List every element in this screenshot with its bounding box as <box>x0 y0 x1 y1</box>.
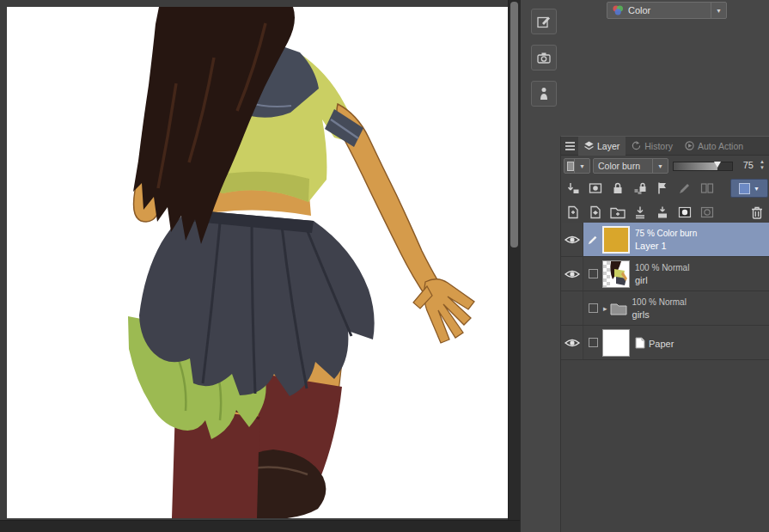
create-layer-mask-button[interactable] <box>674 203 695 222</box>
layer-name: girls <box>632 309 687 320</box>
panel-button-edit[interactable] <box>531 9 557 34</box>
tab-auto-action-label: Auto Action <box>698 141 743 151</box>
layer-row-paper[interactable]: Paper <box>561 326 769 360</box>
camera-icon <box>537 52 551 64</box>
layer-row-girl[interactable]: 100 % Normal girl <box>561 257 769 291</box>
apply-mask-button[interactable] <box>697 203 717 222</box>
layer-thumbnail[interactable] <box>602 226 630 254</box>
opacity-value: 75 <box>735 160 754 170</box>
checkbox-icon <box>589 338 598 347</box>
lock-transparent-pixels-icon <box>633 181 647 195</box>
tab-history-label: History <box>644 141 673 151</box>
eye-icon <box>565 235 580 245</box>
folder-expand-icon[interactable]: ▸ <box>603 304 607 313</box>
chevron-down-icon: ▼ <box>754 186 760 192</box>
spinner-up-icon[interactable]: ▲ <box>760 159 765 165</box>
clip-at-layer-below-icon <box>566 181 580 195</box>
layer-list: 75 % Color burn Layer 1 <box>561 223 769 360</box>
canvas-vertical-scrollbar[interactable] <box>508 0 520 520</box>
panel-button-capture[interactable] <box>531 45 557 70</box>
layer-property-toolbar: ▼ <box>561 178 769 199</box>
spinner-down-icon[interactable]: ▼ <box>760 165 765 171</box>
tab-layer[interactable]: Layer <box>578 137 626 156</box>
layer-select-checkbox[interactable] <box>583 338 602 347</box>
history-icon <box>632 141 641 150</box>
layer-visibility-toggle[interactable] <box>561 326 583 359</box>
layer-color-dropdown[interactable]: ▼ <box>730 179 768 198</box>
right-panel: Color ▼ Layer History <box>520 0 769 532</box>
opacity-slider-handle[interactable] <box>714 162 721 168</box>
artwork-illustration <box>7 7 508 518</box>
lock-transparent-pixels-button[interactable] <box>630 179 650 198</box>
set-as-reference-layer-button[interactable] <box>652 179 673 198</box>
draft-pencil-icon <box>678 181 692 195</box>
color-dropdown-label: Color <box>628 5 650 15</box>
layer-info: 100 % Normal <box>635 263 689 272</box>
auto-action-icon <box>685 141 694 150</box>
tab-layer-label: Layer <box>597 141 619 151</box>
layer-row-girls-folder[interactable]: ▸ 100 % Normal girls <box>561 291 769 326</box>
reference-flag-icon <box>656 181 669 195</box>
lock-icon <box>611 181 625 195</box>
layer-name: girl <box>635 275 689 285</box>
layer-thumbnail[interactable] <box>602 329 630 357</box>
layer-visibility-toggle[interactable] <box>561 257 583 290</box>
layer-row-layer1[interactable]: 75 % Color burn Layer 1 <box>561 223 769 257</box>
opacity-slider[interactable] <box>673 162 733 171</box>
two-pane-button[interactable] <box>697 179 717 198</box>
two-pane-icon <box>700 181 714 195</box>
palette-header: Layer History Auto Action <box>561 137 769 156</box>
palette-swatch-icon <box>567 162 574 171</box>
chevron-down-icon: ▼ <box>652 159 668 173</box>
enable-mask-icon <box>589 181 602 195</box>
mannequin-icon <box>538 87 550 101</box>
checkbox-icon <box>589 303 598 313</box>
new-layer-folder-button[interactable] <box>607 203 628 222</box>
layer-thumbnail[interactable] <box>602 260 630 288</box>
transfer-down-icon <box>633 205 647 219</box>
layer-name: Layer 1 <box>635 241 697 251</box>
layer-name: Paper <box>649 339 674 349</box>
layer-select-checkbox[interactable] <box>583 303 602 313</box>
vertical-scrollbar-thumb[interactable] <box>510 2 518 248</box>
new-vector-layer-button[interactable] <box>585 203 606 222</box>
new-folder-icon <box>610 206 626 219</box>
apply-mask-icon <box>700 205 714 219</box>
opacity-spinner[interactable]: ▲ ▼ <box>757 159 767 171</box>
checkbox-icon <box>589 269 598 278</box>
eye-icon <box>565 338 580 348</box>
layer-select-checkbox[interactable] <box>583 269 602 278</box>
clip-at-layer-below-button[interactable] <box>563 179 583 198</box>
merge-down-icon <box>656 205 669 219</box>
transfer-to-lower-layer-button[interactable] <box>630 203 650 222</box>
layer-edit-indicator[interactable] <box>583 234 602 246</box>
new-vector-layer-icon <box>589 205 602 219</box>
tab-auto-action[interactable]: Auto Action <box>679 137 749 156</box>
merge-to-lower-layer-button[interactable] <box>652 203 673 222</box>
lock-layer-button[interactable] <box>607 179 628 198</box>
layer-info: 100 % Normal <box>632 297 687 307</box>
layer-color-swatch <box>739 183 750 194</box>
layer-info: 75 % Color burn <box>635 229 697 238</box>
color-blend-dropdown[interactable]: Color ▼ <box>607 2 727 19</box>
tab-history[interactable]: History <box>626 137 679 156</box>
trash-icon <box>751 205 763 219</box>
layer-visibility-toggle[interactable] <box>561 291 583 325</box>
create-layer-mask-icon <box>678 205 692 219</box>
layer-palette-color-dropdown[interactable]: ▼ <box>564 158 590 174</box>
new-raster-layer-button[interactable] <box>563 203 583 222</box>
layer-action-toolbar <box>561 202 769 223</box>
chevron-down-icon: ▼ <box>711 3 726 18</box>
layer-visibility-toggle[interactable] <box>561 223 583 256</box>
enable-mask-button[interactable] <box>585 179 606 198</box>
canvas-horizontal-scrollbar[interactable] <box>0 520 520 532</box>
draft-layer-button[interactable] <box>674 179 695 198</box>
canvas[interactable] <box>7 7 508 518</box>
canvas-window <box>0 0 520 532</box>
panel-button-material[interactable] <box>531 81 557 107</box>
layer-stack-icon <box>584 141 594 150</box>
delete-layer-button[interactable] <box>747 203 767 222</box>
palette-menu-icon[interactable] <box>561 142 578 150</box>
blend-mode-dropdown[interactable]: Color burn ▼ <box>593 158 668 174</box>
eye-icon <box>565 269 580 279</box>
